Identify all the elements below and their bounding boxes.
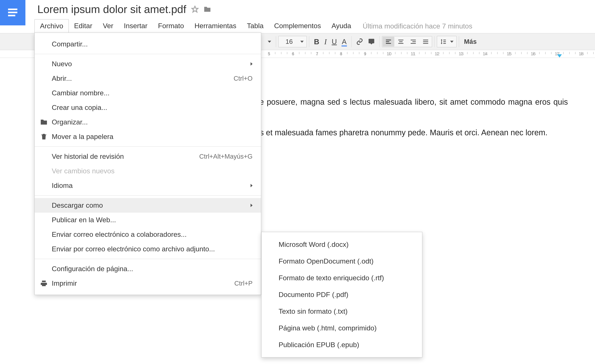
- file-menu-trash[interactable]: Mover a la papelera: [35, 129, 261, 144]
- download-epub[interactable]: Publicación EPUB (.epub): [262, 337, 422, 353]
- svg-rect-8: [399, 41, 403, 42]
- insert-comment-button[interactable]: [366, 36, 377, 47]
- document-title[interactable]: Lorem ipsum dolor sit amet.pdf: [37, 3, 186, 15]
- font-size-value: 16: [281, 38, 297, 45]
- docs-logo[interactable]: [0, 0, 25, 25]
- submenu-caret-icon: [251, 62, 253, 66]
- file-menu-publish-web[interactable]: Publicar en la Web...: [35, 213, 261, 227]
- download-docx[interactable]: Microsoft Word (.docx): [262, 236, 422, 253]
- ruler-tick-label: 15: [507, 51, 511, 56]
- file-menu-new[interactable]: Nuevo: [35, 57, 261, 71]
- svg-rect-1: [8, 12, 17, 13]
- bold-button[interactable]: B: [312, 36, 322, 47]
- svg-rect-14: [423, 41, 428, 42]
- svg-marker-3: [192, 6, 198, 12]
- download-html[interactable]: Página web (.html, comprimido): [262, 320, 422, 337]
- menu-separator: [35, 54, 261, 54]
- menu-complementos[interactable]: Complementos: [269, 19, 326, 33]
- file-menu-revision-history[interactable]: Ver historial de revisiónCtrl+Alt+Mayús+…: [35, 149, 261, 164]
- file-menu-open[interactable]: Abrir...Ctrl+O: [35, 71, 261, 86]
- svg-rect-11: [412, 41, 416, 42]
- submenu-caret-icon: [251, 184, 253, 187]
- svg-rect-10: [411, 40, 416, 40]
- svg-rect-18: [443, 43, 446, 44]
- align-justify-button[interactable]: [420, 37, 432, 47]
- file-menu-dropdown: Compartir... Nuevo Abrir...Ctrl+O Cambia…: [34, 33, 261, 295]
- menu-separator: [35, 146, 261, 147]
- menu-archivo[interactable]: Archivo: [34, 19, 69, 33]
- svg-rect-15: [423, 43, 428, 44]
- svg-marker-19: [557, 54, 562, 58]
- star-icon[interactable]: [191, 3, 199, 15]
- ruler-tick-label: 13: [459, 51, 463, 56]
- file-menu-rename[interactable]: Cambiar nombre...: [35, 86, 261, 100]
- download-as-submenu: Microsoft Word (.docx) Formato OpenDocum…: [261, 232, 422, 357]
- download-txt[interactable]: Texto sin formato (.txt): [262, 303, 422, 320]
- move-folder-icon[interactable]: [204, 3, 211, 15]
- toolbar-more-label: Más: [464, 38, 477, 45]
- ruler-tick-label: 7: [316, 51, 318, 56]
- file-menu-organize[interactable]: Organizar...: [35, 115, 261, 129]
- align-right-button[interactable]: [407, 37, 419, 47]
- last-modified-label[interactable]: Última modificación hace 7 minutos: [363, 22, 472, 30]
- ruler-tick-label: 12: [435, 51, 439, 56]
- file-menu-page-setup[interactable]: Configuración de página...: [35, 261, 261, 276]
- menu-bar: Archivo Editar Ver Insertar Formato Herr…: [34, 19, 472, 33]
- menu-tabla[interactable]: Tabla: [241, 19, 269, 33]
- file-menu-share[interactable]: Compartir...: [35, 37, 261, 51]
- trash-icon: [40, 133, 48, 141]
- align-group: [382, 36, 432, 47]
- file-menu-download-as[interactable]: Descargar como: [35, 198, 261, 213]
- folder-icon: [40, 118, 48, 126]
- insert-link-button[interactable]: [354, 36, 366, 47]
- ruler-tick-label: 8: [340, 51, 342, 56]
- file-menu-email-collaborators[interactable]: Enviar correo electrónico a colaboradore…: [35, 227, 261, 242]
- toolbar-dropdown-generic[interactable]: [262, 36, 274, 47]
- shortcut-label: Ctrl+O: [234, 75, 253, 82]
- align-left-button[interactable]: [382, 37, 394, 47]
- print-icon: [40, 280, 48, 287]
- svg-rect-5: [386, 41, 389, 42]
- menu-editar[interactable]: Editar: [69, 19, 98, 33]
- svg-rect-4: [386, 40, 391, 40]
- svg-rect-7: [398, 40, 403, 40]
- svg-rect-2: [8, 15, 15, 16]
- docs-logo-icon: [7, 7, 19, 19]
- download-pdf[interactable]: Documento PDF (.pdf): [262, 286, 422, 303]
- file-menu-make-copy[interactable]: Crear una copia...: [35, 100, 261, 115]
- svg-rect-13: [423, 40, 428, 40]
- underline-button[interactable]: U: [329, 36, 339, 47]
- menu-insertar[interactable]: Insertar: [119, 19, 153, 33]
- menu-formato[interactable]: Formato: [153, 19, 189, 33]
- menu-separator: [35, 195, 261, 196]
- svg-rect-9: [398, 43, 403, 44]
- text-color-button[interactable]: A: [339, 36, 349, 47]
- svg-rect-0: [8, 8, 17, 10]
- ruler-tick-label: 18: [579, 51, 584, 56]
- menu-separator: [35, 259, 261, 259]
- file-menu-email-attachment[interactable]: Enviar por correo electrónico como archi…: [35, 242, 261, 256]
- svg-rect-6: [386, 43, 391, 44]
- ruler-indent-marker[interactable]: [557, 54, 562, 59]
- line-spacing-button[interactable]: [437, 36, 457, 47]
- download-odt[interactable]: Formato OpenDocument (.odt): [262, 253, 422, 270]
- font-size-selector[interactable]: 16: [278, 36, 307, 47]
- shortcut-label: Ctrl+Alt+Mayús+G: [199, 153, 253, 160]
- file-menu-language[interactable]: Idioma: [35, 178, 261, 193]
- svg-rect-16: [443, 40, 446, 40]
- ruler-tick-label: 11: [411, 51, 415, 56]
- file-menu-new-changes: Ver cambios nuevos: [35, 164, 261, 178]
- ruler-tick-label: 9: [364, 51, 366, 56]
- download-rtf[interactable]: Formato de texto enriquecido (.rtf): [262, 270, 422, 286]
- svg-rect-17: [443, 41, 446, 42]
- ruler-tick-label: 10: [387, 51, 391, 56]
- submenu-caret-icon: [251, 204, 253, 207]
- ruler-tick-label: 14: [483, 51, 488, 56]
- align-center-button[interactable]: [395, 37, 407, 47]
- toolbar-more-button[interactable]: Más: [461, 38, 482, 45]
- file-menu-print[interactable]: ImprimirCtrl+P: [35, 276, 261, 291]
- menu-herramientas[interactable]: Herramientas: [189, 19, 241, 33]
- menu-ayuda[interactable]: Ayuda: [326, 19, 356, 33]
- italic-button[interactable]: I: [322, 36, 329, 47]
- menu-ver[interactable]: Ver: [98, 19, 119, 33]
